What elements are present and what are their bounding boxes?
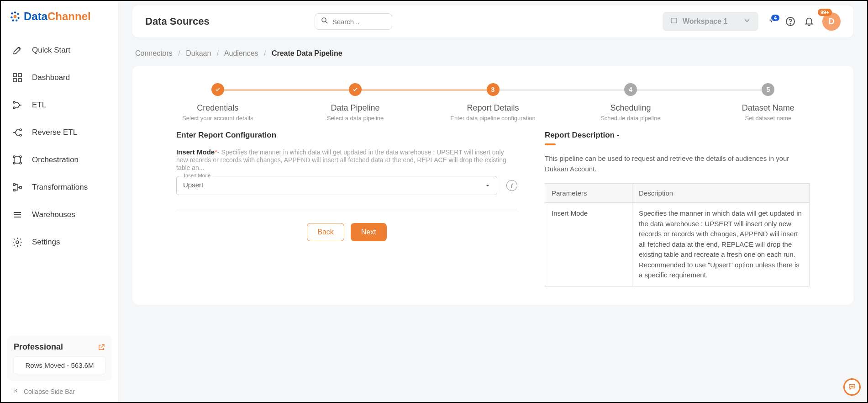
step-scheduling[interactable]: 4 Scheduling Schedule data pipeline xyxy=(562,83,699,122)
svg-point-18 xyxy=(13,162,15,164)
cell-desc: Specifies the manner in which data will … xyxy=(632,203,810,286)
svg-point-2 xyxy=(17,13,19,15)
step-sub: Set dataset name xyxy=(700,115,837,122)
help-button[interactable] xyxy=(785,16,796,27)
breadcrumb-item[interactable]: Dukaan xyxy=(186,49,211,57)
svg-point-3 xyxy=(11,16,12,18)
sidebar-item-settings[interactable]: Settings xyxy=(1,228,118,256)
step-credentials[interactable]: Credentials Select your account details xyxy=(149,83,286,122)
step-badge: 5 xyxy=(762,83,774,96)
table-row: Insert Mode Specifies the manner in whic… xyxy=(545,203,810,286)
chevron-down-icon xyxy=(743,16,751,27)
step-badge xyxy=(211,83,224,96)
svg-point-0 xyxy=(11,12,13,14)
report-description-panel: Report Description - This pipeline can b… xyxy=(545,131,810,286)
sidebar-item-transformations[interactable]: Transformations xyxy=(1,174,118,201)
search-icon xyxy=(321,16,329,27)
breadcrumb-sep: / xyxy=(264,49,266,57)
report-description-heading: Report Description - xyxy=(545,131,810,145)
svg-rect-22 xyxy=(20,186,21,188)
plan-box: Professional Rows Moved - 563.6M xyxy=(7,336,112,381)
step-dataset-name[interactable]: 5 Dataset Name Set dataset name xyxy=(700,83,837,122)
gear-icon xyxy=(12,237,23,248)
sidebar-item-etl[interactable]: ETL xyxy=(1,91,118,119)
breadcrumb-item[interactable]: Connectors xyxy=(135,49,173,57)
avatar-initial: D xyxy=(829,17,835,27)
step-title: Scheduling xyxy=(562,103,699,113)
next-button[interactable]: Next xyxy=(351,223,387,241)
search-input-wrap[interactable] xyxy=(315,13,392,30)
svg-point-27 xyxy=(322,18,326,22)
svg-rect-9 xyxy=(18,74,21,77)
svg-rect-28 xyxy=(671,18,677,23)
breadcrumb-sep: / xyxy=(178,49,180,57)
sidebar-item-dashboard[interactable]: Dashboard xyxy=(1,64,118,91)
step-report-details[interactable]: 3 Report Details Enter data pipeline con… xyxy=(424,83,562,122)
etl-icon xyxy=(12,100,23,111)
report-config-panel: Enter Report Configuration Insert Mode*-… xyxy=(176,131,517,286)
report-config-heading: Enter Report Configuration xyxy=(176,131,517,140)
svg-point-19 xyxy=(20,162,21,164)
step-sub: Enter data pipeline configuration xyxy=(424,115,562,122)
sidebar-item-label: Warehouses xyxy=(32,210,75,219)
svg-point-6 xyxy=(12,20,14,21)
svg-point-12 xyxy=(13,101,15,103)
dashboard-icon xyxy=(12,72,23,83)
back-button[interactable]: Back xyxy=(307,223,344,241)
svg-point-31 xyxy=(851,386,851,387)
sidebar-item-reverse-etl[interactable]: Reverse ETL xyxy=(1,119,118,146)
transform-icon xyxy=(12,182,23,193)
info-icon[interactable]: i xyxy=(506,180,517,191)
cell-param: Insert Mode xyxy=(545,203,632,286)
collapse-sidebar-button[interactable]: Collapse Side Bar xyxy=(1,381,118,402)
workspace-icon xyxy=(670,16,678,27)
brand-first: Data xyxy=(24,10,47,22)
step-badge xyxy=(349,83,362,96)
stepper: Credentials Select your account details … xyxy=(149,83,837,122)
sidebar-item-warehouses[interactable]: Warehouses xyxy=(1,201,118,228)
sidebar-item-label: Settings xyxy=(32,238,60,247)
select-float-label: Insert Mode xyxy=(182,173,212,178)
insert-mode-select[interactable]: Insert Mode Upsert xyxy=(176,176,497,195)
svg-point-7 xyxy=(16,20,17,21)
step-data-pipeline[interactable]: Data Pipeline Select a data pipeline xyxy=(286,83,424,122)
sidebar-nav: Quick Start Dashboard ETL Reverse ETL Or… xyxy=(1,37,118,329)
svg-point-32 xyxy=(852,386,852,387)
breadcrumb-item[interactable]: Audiences xyxy=(224,49,258,57)
chat-button[interactable] xyxy=(843,378,861,396)
search-input[interactable] xyxy=(332,18,386,26)
plan-name: Professional xyxy=(14,342,63,352)
svg-rect-21 xyxy=(13,189,15,191)
external-link-icon[interactable] xyxy=(97,343,105,351)
sidebar-item-label: Reverse ETL xyxy=(32,128,77,137)
sidebar-item-orchestration[interactable]: Orchestration xyxy=(1,146,118,174)
svg-point-15 xyxy=(20,134,21,136)
sidebar-item-label: Quick Start xyxy=(32,46,70,55)
params-table: Parameters Description Insert Mode Speci… xyxy=(545,183,810,286)
sidebar: DataChannel Quick Start Dashboard ETL Re… xyxy=(1,1,119,402)
rows-moved-label: Rows Moved - 563.6M xyxy=(14,356,105,374)
select-value: Upsert xyxy=(177,176,497,193)
svg-point-4 xyxy=(14,15,17,18)
svg-rect-8 xyxy=(13,74,16,77)
notifications-button[interactable] xyxy=(804,16,814,27)
svg-point-30 xyxy=(790,23,791,24)
th-description: Description xyxy=(632,184,810,203)
step-sub: Select your account details xyxy=(149,115,286,122)
th-parameters: Parameters xyxy=(545,184,632,203)
reverse-etl-icon xyxy=(12,127,23,138)
sidebar-item-quick-start[interactable]: Quick Start xyxy=(1,37,118,64)
sparkle-button[interactable]: 4 xyxy=(767,16,777,27)
brand-logo[interactable]: DataChannel xyxy=(1,1,118,37)
workspace-dropdown[interactable]: Workspace 1 xyxy=(663,12,758,31)
step-title: Data Pipeline xyxy=(286,103,424,113)
svg-rect-20 xyxy=(13,184,15,186)
breadcrumb-sep: / xyxy=(217,49,219,57)
brand-second: Channel xyxy=(47,10,91,22)
main-area: Data Sources Workspace 1 4 xyxy=(119,1,867,402)
divider xyxy=(176,209,517,209)
svg-point-14 xyxy=(20,129,21,131)
svg-point-13 xyxy=(13,107,15,109)
sidebar-item-label: Dashboard xyxy=(32,73,70,82)
sidebar-item-label: Transformations xyxy=(32,183,88,192)
